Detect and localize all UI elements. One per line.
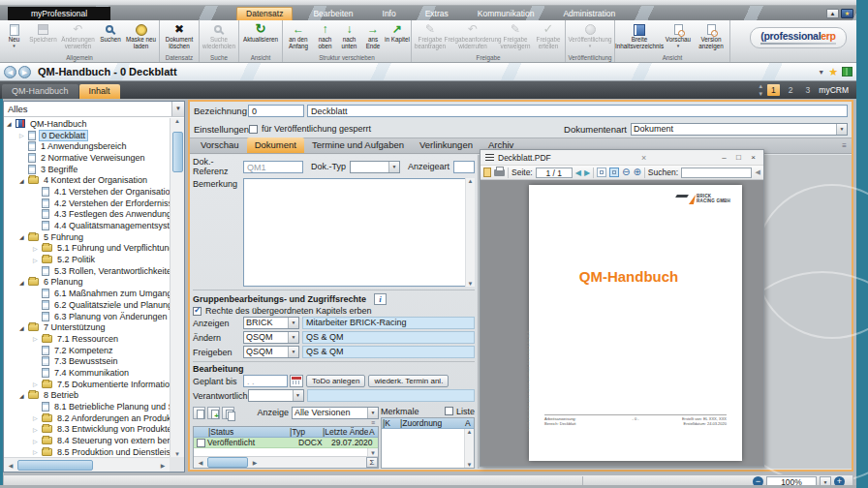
- calendar-icon[interactable]: [290, 375, 303, 387]
- nach-unten-button[interactable]: nach unten: [337, 21, 361, 50]
- speichern-button[interactable]: Speichern: [27, 21, 59, 44]
- freigabeanforderung-widerrufen-button[interactable]: Freigabeanforderung widerrufen: [448, 21, 498, 50]
- previous-page-icon[interactable]: ◀: [575, 168, 581, 177]
- tree-item-selected[interactable]: 0 Deckblatt: [4, 130, 170, 141]
- tree-item[interactable]: 3 Begriffe: [4, 164, 170, 175]
- scroll-left-icon[interactable]: ◀: [4, 462, 17, 469]
- tree-vertical-scrollbar[interactable]: ▲ ▼: [170, 118, 184, 457]
- k-column-header[interactable]: |K: [382, 418, 399, 428]
- menu-tab-extras[interactable]: Extras: [417, 8, 457, 20]
- tree-item[interactable]: 8 Betrieb: [4, 390, 170, 402]
- letzte-aenderung-column-header[interactable]: |Letzte Ände: [322, 427, 368, 437]
- tree-item[interactable]: 5 Führung: [4, 231, 170, 243]
- chevron-down-icon[interactable]: ▼: [288, 332, 298, 343]
- pdf-titlebar[interactable]: Deckblatt.PDF × – □ ×: [480, 150, 763, 165]
- vorschau-button[interactable]: Vorschau▾: [663, 21, 694, 48]
- tree-item[interactable]: 8.3 Entwicklung von Produkten und Dienst…: [4, 424, 170, 436]
- tab-qm-handbuch[interactable]: QM-Handbuch: [2, 84, 78, 99]
- tree-item[interactable]: 7 Unterstützung: [4, 321, 170, 333]
- zoom-in-icon[interactable]: ⊕: [633, 168, 640, 177]
- menu-tab-administration[interactable]: Administration: [554, 8, 624, 20]
- info-icon[interactable]: i: [374, 293, 387, 305]
- textarea-scrollbar[interactable]: ▲▼: [465, 178, 475, 287]
- aktualisieren-button[interactable]: Aktualisieren: [240, 21, 281, 44]
- tree-item[interactable]: 7.5 Dokumentierte Information: [4, 379, 170, 390]
- maske-neu-laden-button[interactable]: Maske neu laden: [124, 21, 158, 50]
- close-icon[interactable]: ×: [746, 153, 760, 162]
- chevron-down-icon[interactable]: ▼: [367, 408, 378, 418]
- tree-item[interactable]: 4 Kontext der Organisation: [4, 174, 170, 186]
- mycrm-link[interactable]: myCRM: [819, 85, 849, 95]
- in-kapitel-button[interactable]: in Kapitel: [385, 21, 410, 44]
- favorite-star-icon[interactable]: ★: [828, 66, 838, 78]
- expander-icon[interactable]: [7, 120, 16, 127]
- typ-column-header[interactable]: |Typ: [289, 427, 322, 437]
- dok-referenz-input[interactable]: QM1: [243, 161, 303, 173]
- dok-typ-select[interactable]: ▼: [350, 161, 400, 173]
- aendern-select[interactable]: QSQM▼: [243, 331, 299, 344]
- select-column-header[interactable]: [194, 427, 207, 437]
- tree-item[interactable]: 5.1 Führung und Verpflichtung: [4, 243, 170, 255]
- versions-horizontal-scrollbar[interactable]: ◀ ▶ Σ: [194, 456, 378, 468]
- app-menu-button[interactable]: myProfessional: [8, 7, 110, 20]
- tree-item[interactable]: 7.2 Kompetenz: [4, 345, 170, 356]
- ribbon-collapse-icon[interactable]: ▲: [826, 9, 839, 18]
- expander-icon[interactable]: [19, 324, 28, 331]
- maximize-icon[interactable]: □: [731, 153, 746, 162]
- tree-item[interactable]: 8.2 Anforderungen an Produkte und Dienst…: [4, 412, 170, 424]
- breite-inhaltsverzeichnis-button[interactable]: Breite Inhaltsverzeichnis: [616, 21, 663, 50]
- neu-button[interactable]: Neu▾: [1, 21, 27, 48]
- tab-termine-und-aufgaben[interactable]: Termine und Aufgaben: [304, 137, 412, 153]
- freigabe-erteilen-button[interactable]: Freigabe erteilen: [533, 21, 564, 50]
- merkmale-vertical-scrollbar[interactable]: ▲ ▼: [464, 429, 474, 468]
- tree-item[interactable]: 2 Normative Verweisungen: [4, 152, 170, 164]
- menu-tab-kommunikation[interactable]: Kommunikation: [469, 8, 543, 20]
- dokument-loeschen-button[interactable]: Dokument löschen: [161, 21, 198, 50]
- tree-item[interactable]: 7.4 Kommunikation: [4, 367, 170, 379]
- chevron-down-icon[interactable]: ▼: [293, 390, 303, 401]
- zoom-out-icon[interactable]: ⊖: [622, 168, 630, 177]
- expander-icon[interactable]: [19, 233, 28, 240]
- freigabe-verweigern-button[interactable]: Freigabe verweigern: [498, 21, 533, 50]
- scroll-down-icon[interactable]: ▼: [466, 281, 475, 287]
- chart-icon[interactable]: [842, 67, 852, 76]
- back-icon[interactable]: ◀: [4, 66, 16, 78]
- tree-item[interactable]: 6.3 Planung von Änderungen: [4, 311, 170, 322]
- version-anzeigen-button[interactable]: Version anzeigen: [694, 21, 728, 50]
- minimize-icon[interactable]: –: [717, 153, 731, 162]
- tree-item[interactable]: 4.2 Verstehen der Erfordernisse und Erwa…: [4, 198, 170, 209]
- expander-icon[interactable]: [33, 448, 42, 455]
- freigeben-select[interactable]: QSQM▼: [243, 346, 299, 358]
- anzeigeart-input[interactable]: [453, 161, 475, 173]
- save-icon[interactable]: [483, 168, 491, 177]
- scroll-right-icon[interactable]: ▶: [248, 459, 262, 466]
- an-den-anfang-button[interactable]: an den Anfang: [284, 21, 313, 50]
- scroll-up-icon[interactable]: ▲: [466, 178, 475, 184]
- status-column-header[interactable]: |Status: [207, 427, 289, 437]
- expander-icon[interactable]: [19, 392, 28, 399]
- version-row[interactable]: Veröffentlicht DOCX 29.07.2020: [194, 438, 378, 448]
- scroll-up-icon[interactable]: ▲: [465, 429, 474, 435]
- scroll-left-icon[interactable]: ◀: [194, 459, 207, 466]
- page-number-input[interactable]: 1 / 1: [536, 168, 573, 178]
- scroll-right-icon[interactable]: ▶: [156, 462, 170, 469]
- ans-ende-button[interactable]: ans Ende: [361, 21, 385, 50]
- add-version-icon[interactable]: [207, 407, 220, 419]
- tree-item[interactable]: 4.3 Festlegen des Anwendungsbereichs des…: [4, 209, 170, 221]
- tab-vorschau[interactable]: Vorschau: [193, 137, 247, 153]
- forward-icon[interactable]: ▶: [18, 66, 31, 78]
- tree-horizontal-scrollbar[interactable]: ◀ ▶: [4, 457, 170, 472]
- pdf-content[interactable]: BRICKRACING GMBH QM-Handbuch Arbeitsanwe…: [480, 180, 763, 466]
- liste-checkbox[interactable]: [445, 407, 453, 415]
- scrollbar-thumb[interactable]: [207, 457, 248, 468]
- tree-item[interactable]: 4.1 Verstehen der Organisation und ihres…: [4, 186, 170, 198]
- a-column-header[interactable]: A: [368, 427, 378, 437]
- page-tab-3[interactable]: 3: [802, 84, 815, 96]
- panel-grip-icon[interactable]: ≡: [842, 141, 852, 150]
- anzeigen-select[interactable]: BRICK▼: [243, 317, 299, 329]
- tree-item[interactable]: 5.3 Rollen, Verantwortlichkeiten und Bef…: [4, 265, 170, 277]
- suchen-button[interactable]: Suchen: [97, 21, 124, 44]
- tree-item[interactable]: 5.2 Politik: [4, 254, 170, 265]
- sum-button[interactable]: Σ: [366, 457, 378, 468]
- new-version-icon[interactable]: [193, 407, 205, 419]
